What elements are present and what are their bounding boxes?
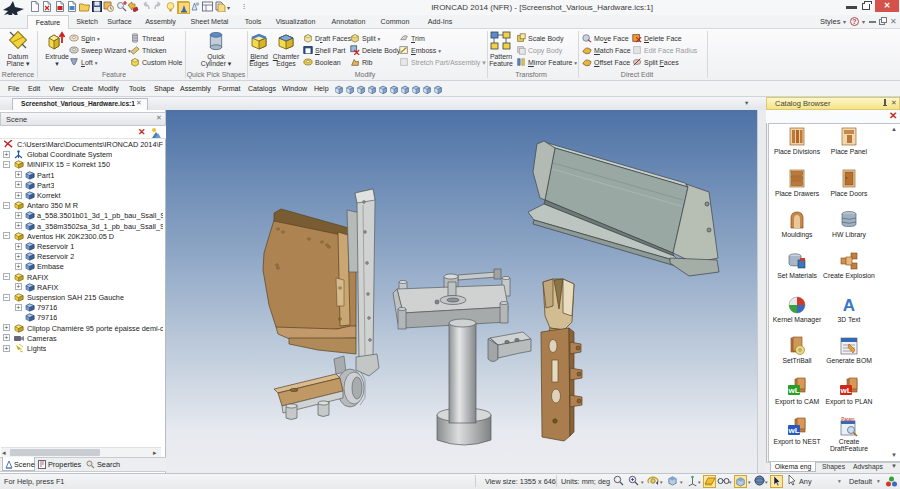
svg-text:A: A — [843, 296, 855, 315]
svg-text:wL: wL — [787, 426, 799, 435]
svg-text:Param: Param — [841, 417, 855, 422]
svg-text:wL: wL — [839, 386, 851, 395]
svg-text:wL: wL — [787, 386, 799, 395]
